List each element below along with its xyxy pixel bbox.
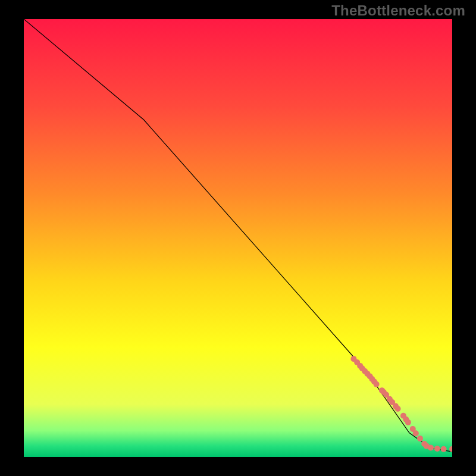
chart-frame: TheBottleneck.com — [0, 0, 476, 476]
data-point — [374, 381, 380, 387]
watermark-text: TheBottleneck.com — [331, 2, 465, 19]
data-point — [428, 445, 434, 451]
data-point — [417, 436, 423, 441]
chart-svg — [24, 19, 452, 457]
chart-background — [24, 19, 452, 457]
data-point — [395, 406, 401, 412]
data-point — [405, 419, 411, 425]
plot-area — [24, 19, 452, 457]
data-point — [441, 446, 447, 452]
data-point — [413, 430, 419, 436]
data-point — [434, 446, 440, 452]
